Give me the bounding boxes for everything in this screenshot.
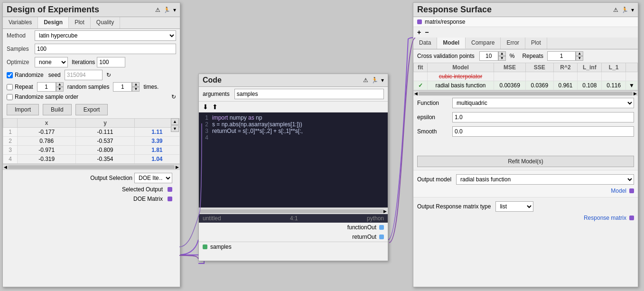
mse-1 <box>494 72 526 81</box>
function-row: Function multiquadric <box>413 96 638 110</box>
optimize-select[interactable]: none <box>35 57 68 67</box>
tab-data[interactable]: Data <box>413 38 437 49</box>
model-name-2: radial basis function <box>427 81 494 90</box>
scroll-down-icon[interactable]: ▼ <box>171 125 179 132</box>
random-samples-input[interactable] <box>113 82 132 92</box>
seed-input[interactable] <box>65 70 103 80</box>
smooth-input[interactable] <box>452 126 634 137</box>
import-button[interactable]: Import <box>7 104 39 115</box>
code-line-1: 1 import numpy as np <box>201 114 386 121</box>
repeat-checkbox[interactable] <box>7 84 13 90</box>
add-icon[interactable]: + <box>417 28 421 36</box>
randomize-order-label: Randomize sample order <box>15 94 78 100</box>
col-sse: SSE <box>525 63 553 72</box>
scroll-right-icon[interactable]: ▶ <box>176 165 179 169</box>
table-row: 1 -0.177 -0.111 1.11 <box>3 128 180 137</box>
rs-run-icon[interactable]: 🏃 <box>621 7 628 13</box>
tab-error[interactable]: Error <box>501 38 525 49</box>
warning-icon[interactable]: ⚠ <box>155 7 160 13</box>
code-filename: untitled <box>203 215 221 222</box>
tab-design[interactable]: Design <box>38 17 69 28</box>
arguments-input[interactable] <box>234 89 384 99</box>
tab-plot[interactable]: Plot <box>525 38 547 49</box>
col-scroll <box>626 63 638 72</box>
repeat-spinner-input[interactable] <box>37 82 56 92</box>
model-row-1: cubic interpolator <box>414 72 638 81</box>
code-warning-icon[interactable]: ⚠ <box>363 77 368 84</box>
refit-button[interactable]: Refit Model(s) <box>417 156 634 167</box>
cv-up[interactable]: ▲ <box>498 51 506 56</box>
code-collapse-icon[interactable]: ▾ <box>381 77 384 84</box>
download-icon[interactable]: ⬇ <box>203 103 208 111</box>
tab-plot[interactable]: Plot <box>69 17 91 28</box>
tab-quality[interactable]: Quality <box>91 17 120 28</box>
tab-compare[interactable]: Compare <box>466 38 501 49</box>
run-icon[interactable]: 🏃 <box>163 7 170 13</box>
output-response-row: Output Response matrix type list <box>417 199 634 214</box>
refresh-icon[interactable]: ↻ <box>106 72 111 78</box>
tab-variables[interactable]: Variables <box>3 17 38 28</box>
percent-label: % <box>510 53 515 59</box>
scroll-up-icon[interactable]: ▲ <box>171 118 179 125</box>
doe-matrix-label: DOE Matrix <box>133 196 163 202</box>
repeats-input[interactable] <box>547 51 576 61</box>
method-select[interactable]: latin hypercube <box>35 30 176 41</box>
code-editor[interactable]: 1 import numpy as np 2 s = np.abs(np.asa… <box>199 113 388 207</box>
h-scrollbar[interactable]: ◀ ▶ <box>3 164 180 169</box>
col-fit: fit <box>414 63 428 72</box>
sse-1 <box>525 72 553 81</box>
output-model-select[interactable]: radial basis function <box>456 174 634 185</box>
r2-1 <box>553 72 578 81</box>
repeat-up[interactable]: ▲ <box>56 82 64 87</box>
models-h-scrollbar[interactable]: ◀ ▶ <box>413 90 638 96</box>
col-r2: R^2 <box>553 63 578 72</box>
models-scroll-right[interactable]: ▶ <box>634 91 637 96</box>
output-response-select[interactable]: list <box>495 201 533 212</box>
model-port-row: Model <box>417 187 634 195</box>
model-name-1: cubic interpolator <box>427 72 494 81</box>
repeats-down[interactable]: ▼ <box>576 56 583 61</box>
remove-icon[interactable]: − <box>425 28 429 36</box>
fit-check-1 <box>414 72 428 81</box>
function-out-label: functionOut <box>347 224 376 231</box>
times-label: times. <box>143 84 159 90</box>
export-button[interactable]: Export <box>75 104 108 115</box>
function-select[interactable]: multiquadric <box>452 98 634 108</box>
rs-warning-icon[interactable]: ⚠ <box>613 7 618 13</box>
samples-input[interactable] <box>35 44 176 54</box>
models-scroll-left[interactable]: ◀ <box>414 91 418 96</box>
cv-down[interactable]: ▼ <box>498 56 506 61</box>
data-table-container: x y 1 -0.177 -0.111 1.11 2 0.786 -0.537 … <box>3 118 180 164</box>
random-up[interactable]: ▲ <box>132 82 140 87</box>
rs-collapse-icon[interactable]: ▾ <box>631 7 634 13</box>
tab-model[interactable]: Model <box>437 38 466 49</box>
cell-z: 1.04 <box>134 155 179 164</box>
code-header-icons: ⚠ 🏃 ▾ <box>363 77 384 84</box>
code-run-icon[interactable]: 🏃 <box>371 77 378 84</box>
iterations-input[interactable] <box>97 57 125 67</box>
code-scroll-right[interactable]: ▶ <box>383 209 387 214</box>
code-h-scrollbar[interactable]: ▶ <box>199 207 388 214</box>
output-response-section: Output Response matrix type list Respons… <box>413 197 638 224</box>
code-line-2: 2 s = np.abs(np.asarray(samples[1:])) <box>201 121 386 128</box>
epsilon-input[interactable] <box>452 112 634 122</box>
matrix-badge-row: matrix/response <box>413 17 638 27</box>
scroll-left-icon[interactable]: ◀ <box>4 165 7 169</box>
repeat-down[interactable]: ▼ <box>56 87 64 92</box>
randomize-checkbox[interactable] <box>7 72 13 78</box>
col-linf: L_inf <box>578 63 602 72</box>
cv-spinner-input[interactable] <box>479 51 498 61</box>
code-title: Code <box>203 76 222 84</box>
build-button[interactable]: Build <box>43 104 72 115</box>
repeat-row: Repeat ▲ ▼ random samples ▲ ▼ times. <box>3 81 180 93</box>
collapse-icon[interactable]: ▾ <box>173 7 176 13</box>
random-down[interactable]: ▼ <box>132 87 140 92</box>
response-matrix-label: Response matrix <box>584 215 626 221</box>
code-line-4: 4 <box>201 134 386 141</box>
upload-icon[interactable]: ⬆ <box>212 103 218 111</box>
refresh2-icon[interactable]: ↻ <box>171 94 176 100</box>
randomize-order-checkbox[interactable] <box>7 94 13 100</box>
samples-in-row: samples <box>199 242 388 252</box>
output-selection-select[interactable]: DOE Ite… <box>134 173 172 183</box>
repeats-up[interactable]: ▲ <box>576 51 583 56</box>
